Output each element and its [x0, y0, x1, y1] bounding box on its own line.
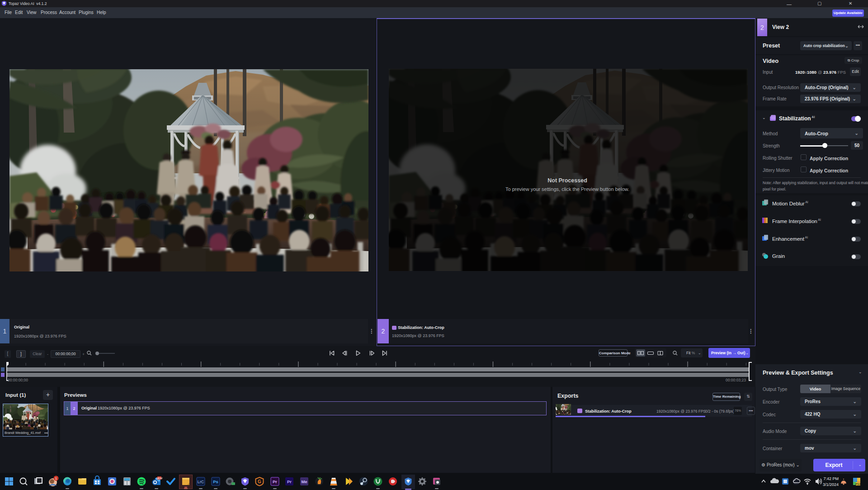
svg-text:G: G	[258, 479, 261, 484]
svg-text:NEW: NEW	[156, 477, 163, 480]
svg-text:7:42 PM: 7:42 PM	[823, 476, 839, 481]
svg-text:00:00:00;00: 00:00:00;00	[8, 378, 28, 382]
svg-text:Me: Me	[301, 479, 307, 484]
svg-text:3/1/2024: 3/1/2024	[823, 482, 839, 487]
svg-text:Pr: Pr	[287, 479, 292, 484]
svg-text:PS3: PS3	[855, 483, 861, 485]
svg-text:Ps: Ps	[213, 479, 218, 484]
svg-text:00:00:03;23: 00:00:03;23	[726, 378, 746, 382]
svg-text:Pr: Pr	[273, 479, 277, 484]
svg-text:1: 1	[55, 476, 57, 480]
svg-text:LrC: LrC	[198, 480, 204, 484]
